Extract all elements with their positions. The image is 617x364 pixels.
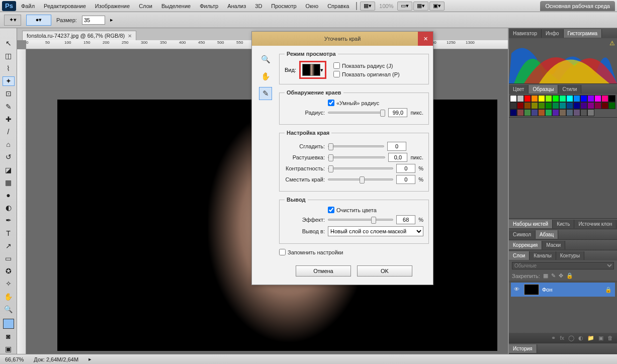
shift-edge-input[interactable] <box>396 175 415 184</box>
swatch[interactable] <box>517 102 524 109</box>
tab-paths[interactable]: Контуры <box>556 251 584 260</box>
swatch[interactable] <box>517 95 524 102</box>
blur-tool-icon[interactable]: ● <box>3 190 15 200</box>
lock-all-icon[interactable]: 🔒 <box>566 272 573 279</box>
hand-tool-icon[interactable]: ✋ <box>3 292 15 301</box>
swatch[interactable] <box>587 109 594 116</box>
tab-adjustments[interactable]: Коррекция <box>509 241 542 249</box>
swatch[interactable] <box>510 109 517 116</box>
close-tab-icon[interactable]: ✕ <box>128 33 132 39</box>
feather-input[interactable] <box>388 153 407 162</box>
smooth-slider[interactable] <box>328 145 384 147</box>
zoom-tool-icon[interactable]: 🔍 <box>3 304 15 314</box>
menu-image[interactable]: Изображение <box>91 2 134 11</box>
swatch[interactable] <box>559 109 566 116</box>
layer-mask-icon[interactable]: ◯ <box>568 335 574 341</box>
layer-group-icon[interactable]: 📁 <box>587 335 594 341</box>
view-dropdown-icon[interactable]: ▾ <box>320 67 323 73</box>
extras-icon[interactable]: ▣▾ <box>429 2 445 11</box>
size-input[interactable] <box>82 16 105 25</box>
swatch[interactable] <box>559 95 566 102</box>
type-tool-icon[interactable]: T <box>3 228 15 238</box>
menu-file[interactable]: Файл <box>17 2 39 11</box>
refine-brush-dialog-icon[interactable]: ✎ <box>259 87 272 100</box>
swatch[interactable] <box>552 102 559 109</box>
swatch[interactable] <box>566 95 573 102</box>
tab-histogram[interactable]: Гистограмма <box>564 29 602 38</box>
tab-brush-presets[interactable]: Наборы кистей <box>509 220 553 228</box>
tab-layers[interactable]: Слои <box>509 251 530 260</box>
swatch[interactable] <box>552 109 559 116</box>
tab-styles[interactable]: Стили <box>558 85 581 94</box>
swatch[interactable] <box>608 102 615 109</box>
swatch[interactable] <box>552 95 559 102</box>
swatch[interactable] <box>538 102 545 109</box>
status-zoom[interactable]: 66,67% <box>5 356 24 362</box>
swatch[interactable] <box>608 95 615 102</box>
marquee-tool-icon[interactable]: ◫ <box>3 51 15 60</box>
swatch[interactable] <box>510 102 517 109</box>
swatch[interactable] <box>566 109 573 116</box>
launch-bridge-icon[interactable]: ▦▾ <box>360 2 375 11</box>
menu-help[interactable]: Справка <box>323 2 353 11</box>
brush-preview[interactable]: ●▾ <box>26 15 51 26</box>
radius-slider[interactable] <box>328 112 385 114</box>
tab-paragraph[interactable]: Абзац <box>536 230 558 239</box>
swatch[interactable] <box>531 95 538 102</box>
swatch[interactable] <box>580 109 587 116</box>
tab-navigator[interactable]: Навигатор <box>509 29 542 38</box>
swatch[interactable] <box>594 102 601 109</box>
cancel-button[interactable]: Отмена <box>296 265 351 277</box>
tab-swatches[interactable]: Образцы <box>528 85 558 94</box>
menu-window[interactable]: Окно <box>302 2 323 11</box>
menu-analysis[interactable]: Анализ <box>223 2 250 11</box>
screen-mode-icon[interactable]: ▭▾ <box>397 2 412 11</box>
swatch[interactable] <box>524 102 531 109</box>
swatch[interactable] <box>601 102 608 109</box>
layer-row[interactable]: 👁 Фон 🔒 <box>511 283 615 297</box>
blend-mode-select[interactable]: Обычные <box>512 262 614 269</box>
brush-tool-icon[interactable]: / <box>3 127 15 136</box>
swatch[interactable] <box>524 109 531 116</box>
feather-slider[interactable] <box>328 156 385 158</box>
lock-brush-icon[interactable]: ✎ <box>551 272 556 279</box>
remember-settings-checkbox[interactable]: Запомнить настройки <box>279 249 429 255</box>
swatch[interactable] <box>580 102 587 109</box>
swatch[interactable] <box>601 95 608 102</box>
zoom-dialog-icon[interactable]: 🔍 <box>259 53 272 66</box>
show-original-checkbox[interactable]: Показать оригинал (P) <box>333 71 400 77</box>
gradient-tool-icon[interactable]: ▦ <box>3 177 15 187</box>
menu-3d[interactable]: 3D <box>251 2 266 11</box>
tab-history[interactable]: История <box>509 344 537 353</box>
arrange-docs-icon[interactable]: ▦▾ <box>413 2 428 11</box>
3d-camera-tool-icon[interactable]: ✧ <box>3 279 15 289</box>
link-layers-icon[interactable]: ⚭ <box>551 335 556 341</box>
decontaminate-checkbox[interactable]: Очистить цвета <box>328 207 423 213</box>
tab-brush[interactable]: Кисть <box>553 220 574 228</box>
size-stepper-icon[interactable]: ▸ <box>110 17 113 23</box>
adjustment-layer-icon[interactable]: ◐ <box>578 335 583 341</box>
tab-channels[interactable]: Каналы <box>530 251 556 260</box>
amount-slider[interactable] <box>328 219 393 221</box>
swatch[interactable] <box>531 102 538 109</box>
screen-mode-tool-icon[interactable]: ▣ <box>3 344 15 354</box>
swatch[interactable] <box>524 95 531 102</box>
lock-pixels-icon[interactable]: ▦ <box>543 272 548 279</box>
ok-button[interactable]: OK <box>357 265 412 277</box>
lock-position-icon[interactable]: ✥ <box>559 272 563 279</box>
radius-input[interactable] <box>388 108 407 117</box>
tab-info[interactable]: Инфо <box>542 29 564 38</box>
tab-character[interactable]: Символ <box>509 230 536 239</box>
swatch[interactable] <box>545 95 552 102</box>
dialog-titlebar[interactable]: Уточнить край ✕ <box>252 32 433 46</box>
swatch[interactable] <box>587 95 594 102</box>
current-tool-icon[interactable]: ✦▾ <box>4 15 21 26</box>
healing-tool-icon[interactable]: ✚ <box>3 114 15 124</box>
swatch[interactable] <box>573 95 580 102</box>
layer-style-icon[interactable]: fx <box>560 335 564 341</box>
swatch[interactable] <box>594 95 601 102</box>
foreground-color-swatch[interactable] <box>3 319 14 328</box>
move-tool-icon[interactable]: ↖ <box>3 38 15 48</box>
menu-filter[interactable]: Фильтр <box>196 2 222 11</box>
amount-input[interactable] <box>396 215 415 224</box>
